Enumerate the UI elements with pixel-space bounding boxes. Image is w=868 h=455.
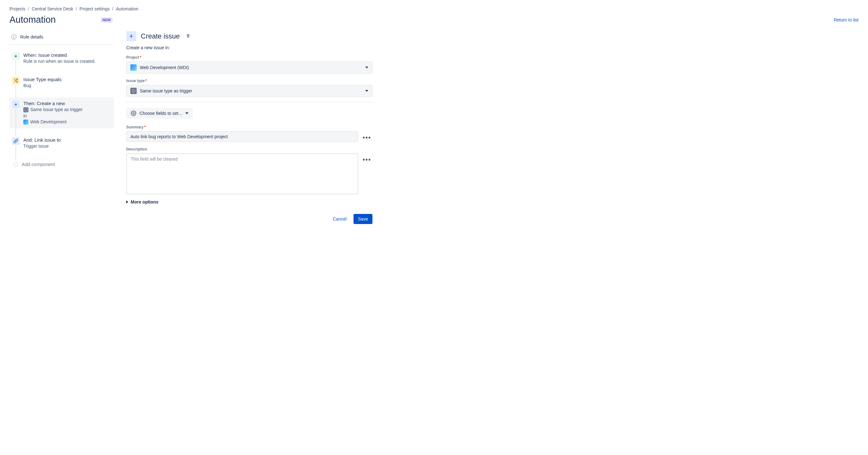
- issuetype-icon: ◯: [23, 107, 28, 112]
- plus-icon: +: [126, 31, 136, 41]
- return-to-list-link[interactable]: Return to list: [834, 18, 859, 23]
- breadcrumb-sep: /: [28, 6, 29, 11]
- page-header: Automation NEW Return to list: [9, 14, 859, 25]
- issuetype-select-value: Same issue type as trigger: [140, 88, 192, 93]
- step-trigger-sub: Rule is run when an issue is created.: [23, 58, 111, 65]
- rule-sidebar: i Rule details + When: Issue created Rul…: [9, 31, 114, 224]
- trash-icon[interactable]: [186, 33, 191, 39]
- shuffle-icon: [12, 77, 20, 84]
- summary-label: Summary*: [126, 125, 372, 129]
- step-condition-sub: Bug: [23, 83, 111, 89]
- info-icon: i: [11, 34, 17, 39]
- choose-fields-label: Choose fields to set...: [140, 111, 182, 116]
- choose-fields-button[interactable]: Choose fields to set...: [126, 108, 193, 119]
- description-more-icon[interactable]: •••: [362, 155, 372, 164]
- cancel-button[interactable]: Cancel: [328, 214, 351, 224]
- issuetype-icon: [130, 88, 137, 94]
- project-label: Project*: [126, 55, 372, 60]
- rule-details-header[interactable]: i Rule details: [9, 31, 114, 45]
- chevron-down-icon: [365, 67, 368, 68]
- panel-subtitle: Create a new issue in:: [126, 45, 372, 50]
- new-badge: NEW: [101, 17, 113, 23]
- step-trigger[interactable]: + When: Issue created Rule is run when a…: [9, 49, 114, 68]
- step-condition-title: Issue Type equals: [23, 77, 111, 82]
- gear-icon: [131, 110, 136, 116]
- more-options-toggle[interactable]: More options: [126, 199, 372, 204]
- issuetype-label: Issue type*: [126, 78, 372, 83]
- step-trigger-title: When: Issue created: [23, 53, 111, 58]
- project-select[interactable]: Web Development (WDI): [126, 62, 372, 73]
- breadcrumb-project-settings[interactable]: Project settings: [80, 6, 110, 11]
- more-options-label: More options: [131, 199, 158, 204]
- plus-icon: +: [12, 53, 20, 60]
- save-button[interactable]: Save: [353, 214, 372, 224]
- add-component[interactable]: Add component: [9, 158, 114, 170]
- issuetype-select[interactable]: Same issue type as trigger: [126, 85, 372, 97]
- step-link-title: And: Link issue to: [23, 137, 111, 142]
- breadcrumb-projects[interactable]: Projects: [9, 6, 26, 11]
- summary-input[interactable]: [126, 131, 358, 142]
- plus-icon: +: [12, 101, 20, 108]
- step-link-issue[interactable]: And: Link issue to Trigger issue: [9, 134, 114, 153]
- step-link-sub: Trigger issue: [23, 143, 111, 150]
- chevron-down-icon: [365, 90, 368, 92]
- add-component-label: Add component: [22, 162, 111, 167]
- chevron-down-icon: [185, 112, 188, 114]
- description-input[interactable]: [126, 153, 358, 194]
- breadcrumb: Projects / Central Service Desk / Projec…: [9, 6, 859, 11]
- step-create-sub1: Same issue type as trigger: [30, 107, 83, 113]
- step-condition[interactable]: Issue Type equals Bug: [9, 73, 114, 92]
- link-icon: [12, 137, 20, 145]
- summary-more-icon[interactable]: •••: [362, 133, 372, 142]
- svg-point-3: [133, 112, 134, 114]
- description-label: Description: [126, 147, 372, 152]
- breadcrumb-sep: /: [76, 6, 77, 11]
- project-select-value: Web Development (WDI): [140, 65, 189, 70]
- svg-line-2: [14, 79, 15, 80]
- breadcrumb-automation[interactable]: Automation: [116, 6, 138, 11]
- page-title: Automation: [9, 14, 56, 25]
- step-create-sub2: Web Development: [30, 119, 67, 125]
- rule-details-label: Rule details: [20, 34, 43, 39]
- step-create-issue[interactable]: + Then: Create a new ◯ Same issue type a…: [9, 98, 114, 128]
- step-create-title: Then: Create a new: [23, 101, 111, 106]
- project-icon: [23, 120, 28, 125]
- breadcrumb-service-desk[interactable]: Central Service Desk: [32, 6, 73, 11]
- project-avatar-icon: [130, 64, 137, 71]
- panel-title: Create issue: [141, 32, 180, 40]
- action-panel: + Create issue Create a new issue in: Pr…: [126, 31, 372, 224]
- divider: [126, 102, 372, 102]
- breadcrumb-sep: /: [112, 6, 114, 11]
- circle-icon: [13, 162, 18, 167]
- chevron-right-icon: [126, 200, 128, 203]
- step-create-in: in: [23, 113, 111, 119]
